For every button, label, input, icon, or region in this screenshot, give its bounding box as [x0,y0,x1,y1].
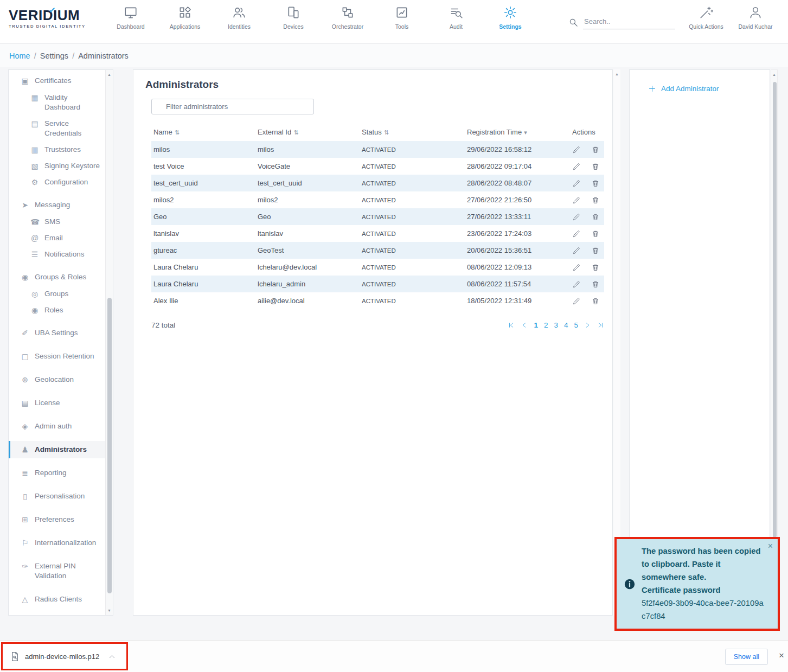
delete-icon[interactable] [591,246,600,255]
scroll-up-icon[interactable]: ▲ [106,70,113,79]
next-page-button[interactable] [584,322,591,329]
sidebar-item-truststores[interactable]: ▥Truststores [9,142,105,158]
page-number-4[interactable]: 4 [564,321,568,329]
sidebar-item-roles[interactable]: ◉Roles [9,302,105,318]
delete-icon[interactable] [591,179,600,188]
sidebar-item-internationalization[interactable]: ⚐Internationalization [9,534,105,552]
sidebar-item-geolocation[interactable]: ⊕Geolocation [9,371,105,388]
page-number-2[interactable]: 2 [544,321,548,329]
edit-icon[interactable] [572,196,581,204]
annotation-highlight-download: admin-device-milos.p12 [1,642,128,670]
column-header-registration-time[interactable]: Registration Time▾ [465,122,570,141]
nav-item-applications[interactable]: Applications [158,5,212,30]
filter-administrators-input[interactable] [151,99,314,114]
brand-name-text: VERIDIUM [9,7,80,23]
toast-close-icon[interactable]: × [768,541,773,551]
downloaded-file[interactable]: admin-device-milos.p12 [3,651,126,662]
delete-icon[interactable] [591,196,600,204]
delete-icon[interactable] [591,263,600,272]
edit-icon[interactable] [572,213,581,221]
sidebar-item-preferences[interactable]: ⊞Preferences [9,511,105,528]
column-header-name[interactable]: Name⇅ [151,122,255,141]
edit-icon[interactable] [572,280,581,289]
sidebar-item-administrators[interactable]: ♟Administrators [9,441,105,458]
page-number-5[interactable]: 5 [574,321,578,329]
password-toast: The password has been copied to clipboar… [617,539,778,629]
sidebar-item-external-pin-validation[interactable]: ✑External PIN Validation [9,558,105,585]
scroll-down-icon[interactable]: ▼ [106,606,113,615]
delete-icon[interactable] [591,213,600,221]
nav-item-settings[interactable]: Settings [483,5,537,30]
previous-page-button[interactable] [521,322,528,329]
sidebar-item-session-retention[interactable]: ▢Session Retention [9,348,105,365]
sidebar-item-admin-auth[interactable]: ◈Admin auth [9,418,105,435]
page-number-3[interactable]: 3 [554,321,558,329]
edit-icon[interactable] [572,246,581,255]
administrators-table: Name⇅External Id⇅Status⇅Registration Tim… [151,122,604,309]
add-administrator-button[interactable]: Add Administrator [648,85,770,93]
column-header-status[interactable]: Status⇅ [360,122,465,141]
main-scrollbar[interactable]: ▲ [613,69,620,616]
sidebar-scrollbar-thumb[interactable] [107,298,112,593]
edit-icon[interactable] [572,229,581,238]
sidebar-item-sms[interactable]: ☎SMS [9,214,105,230]
user-menu[interactable]: David Kuchar [728,5,783,30]
sidebar-scrollbar[interactable]: ▲ ▼ [105,70,113,615]
download-bar-close-icon[interactable]: × [779,650,784,661]
show-all-button[interactable]: Show all [725,649,768,665]
caret-up-icon[interactable] [108,653,116,660]
sidebar-item-label: Administrators [35,445,87,455]
sidebar-item-radius-clients[interactable]: △Radius Clients [9,591,105,608]
scroll-up-icon[interactable]: ▲ [771,70,777,79]
sidebar-item-email[interactable]: @Email [9,230,105,246]
sidebar-item-validity-dashboard[interactable]: ▦Validity Dashboard [9,89,105,116]
sidebar-item-personalisation[interactable]: ▯Personalisation [9,488,105,505]
edit-icon[interactable] [572,297,581,305]
delete-icon[interactable] [591,145,600,154]
sidebar-item-signing-keystore[interactable]: ▧Signing Keystore [9,158,105,174]
nav-item-devices[interactable]: Devices [266,5,321,30]
page-number-1[interactable]: 1 [534,321,538,329]
cell-name: test_cert_uuid [151,175,255,191]
delete-icon[interactable] [591,297,600,305]
edit-icon[interactable] [572,179,581,188]
search-input[interactable] [583,16,675,29]
nav-item-tools[interactable]: Tools [375,5,429,30]
sidebar-item-groups[interactable]: ◎Groups [9,286,105,302]
sidebar-item-groups-roles[interactable]: ◉Groups & Roles [9,268,105,286]
sidebar-item-label: Service Credentials [44,119,102,138]
search-icon[interactable] [568,17,578,27]
breadcrumb-home[interactable]: Home [9,52,30,60]
nav-item-audit[interactable]: Audit [429,5,483,30]
nav-item-orchestrator[interactable]: Orchestrator [321,5,375,30]
scroll-up-icon[interactable]: ▲ [613,69,620,79]
sidebar-item-service-credentials[interactable]: ▤Service Credentials [9,116,105,142]
sidebar-item-label: Truststores [44,145,81,155]
delete-icon[interactable] [591,162,600,171]
delete-icon[interactable] [591,229,600,238]
edit-icon[interactable] [572,162,581,171]
detail-panel: Add Administrator [629,69,770,616]
edit-icon[interactable] [572,145,581,154]
last-page-button[interactable] [597,322,604,329]
breadcrumb-settings[interactable]: Settings [40,52,68,60]
delete-icon[interactable] [591,280,600,289]
column-header-external-id[interactable]: External Id⇅ [255,122,360,141]
sidebar-item-configuration[interactable]: ⚙Configuration [9,174,105,190]
sort-icon: ⇅ [175,129,180,136]
quick-actions-button[interactable]: Quick Actions [679,5,733,30]
nav-item-dashboard[interactable]: Dashboard [104,5,158,30]
page-scrollbar-thumb[interactable] [773,82,777,537]
cell-status: ACTIVATED [360,242,465,259]
sidebar-item-certificates[interactable]: ▣Certificates [9,72,105,89]
sidebar-item-license[interactable]: ▤License [9,394,105,412]
nav-item-identities[interactable]: Identities [212,5,266,30]
sidebar-item-reporting[interactable]: ≣Reporting [9,464,105,482]
sidebar-item-notifications[interactable]: ☰Notifications [9,246,105,263]
brand-logo[interactable]: VERIDIUM ✓ TRUSTED DIGITAL IDENTITY [9,8,86,29]
sidebar-item-messaging[interactable]: ➤Messaging [9,196,105,214]
sidebar-item-uba-settings[interactable]: ✐UBA Settings [9,324,105,342]
first-page-button[interactable] [508,322,515,329]
page-scrollbar[interactable]: ▲ [771,69,778,616]
edit-icon[interactable] [572,263,581,272]
